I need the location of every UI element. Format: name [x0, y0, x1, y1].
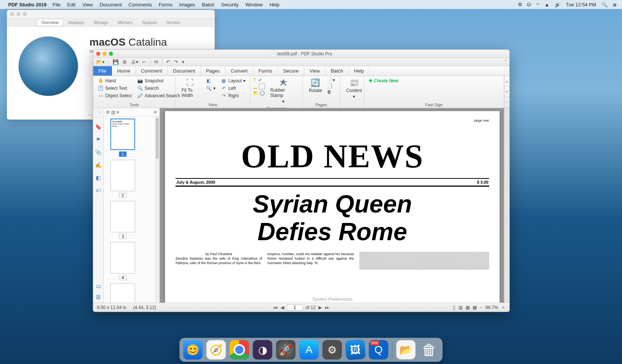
select-text-button[interactable]: 🅃Select Text: [96, 85, 133, 92]
thumbnail-2[interactable]: 2: [109, 160, 137, 198]
next-page-icon[interactable]: ▶: [318, 305, 322, 310]
menu-security[interactable]: Security: [221, 2, 239, 7]
delete-page-icon[interactable]: 🗑: [327, 89, 335, 95]
battery-icon[interactable]: ▲: [545, 2, 549, 7]
tab-secure[interactable]: Secure: [278, 66, 304, 76]
qat-dropdown-icon[interactable]: ▾: [182, 59, 185, 65]
spotlight-icon[interactable]: 🔍: [601, 2, 607, 7]
menu-file[interactable]: File: [53, 2, 61, 7]
zoom-in-icon[interactable]: ＋: [501, 304, 506, 311]
rotate-left-button[interactable]: ↶Left: [219, 85, 247, 92]
tab-comment[interactable]: Comment: [136, 66, 168, 76]
thumbnail-3[interactable]: 3: [109, 201, 137, 239]
extract-page-icon[interactable]: 📑: [327, 83, 335, 89]
advanced-search-button[interactable]: 🔎Advanced Search: [135, 92, 182, 99]
save-all-icon[interactable]: 🗎: [122, 59, 127, 65]
rotate-right-button[interactable]: ↷Right: [219, 92, 247, 99]
dropbox-icon[interactable]: ⛁: [527, 2, 531, 7]
shape-annot-icon[interactable]: [259, 83, 265, 89]
menu-comments[interactable]: Comments: [128, 2, 152, 7]
dock-chrome[interactable]: [230, 340, 249, 360]
tab-overview[interactable]: Overview: [37, 19, 64, 26]
layers-panel-icon[interactable]: ◧: [96, 175, 101, 181]
tab-memory[interactable]: Memory: [113, 19, 138, 26]
tab-service[interactable]: Service: [162, 19, 185, 26]
sidestrip-icon-b[interactable]: ▥: [96, 294, 101, 300]
dock-system-preferences[interactable]: ⚙: [323, 340, 342, 360]
layout-button[interactable]: ▦Layout ▾: [219, 77, 247, 84]
dock-pdfstudio[interactable]: Q: [369, 340, 388, 360]
tab-displays[interactable]: Displays: [63, 19, 89, 26]
single-page-icon[interactable]: ▯: [453, 305, 455, 310]
redo-icon[interactable]: ↷: [174, 59, 178, 65]
first-page-icon[interactable]: ⏮: [273, 305, 278, 310]
menu-forms[interactable]: Forms: [159, 2, 173, 7]
screen-mirror-icon[interactable]: ⧉: [518, 1, 522, 7]
object-select-button[interactable]: ▭Object Select: [96, 92, 133, 99]
rotate-page-button[interactable]: 🔄Rotate: [306, 77, 325, 94]
tab-view[interactable]: View: [304, 66, 326, 76]
dock-appstore[interactable]: A: [299, 340, 319, 360]
hand-tool-button[interactable]: ✋Hand: [96, 77, 133, 84]
create-new-signature-button[interactable]: ✚ Create New: [367, 77, 400, 84]
print-icon[interactable]: 🖨▾: [131, 59, 138, 65]
prev-page-icon[interactable]: ◀: [281, 305, 284, 310]
rubber-stamp-button[interactable]: 🟊Rubber Stamp ▾: [267, 77, 299, 105]
pages-panel-icon[interactable]: 📄: [95, 111, 101, 117]
tab-storage[interactable]: Storage: [89, 19, 113, 26]
circle-annot-icon[interactable]: ◯: [260, 90, 265, 95]
check-annot-icon[interactable]: ✔: [258, 77, 262, 83]
wifi-icon[interactable]: ⌔: [536, 2, 539, 7]
tags-panel-icon[interactable]: 🏷: [96, 187, 101, 193]
actual-size-button[interactable]: ◧: [204, 77, 217, 84]
snapshot-button[interactable]: 📷Snapshot: [135, 77, 182, 84]
menubar-clock[interactable]: Tue 12:54 PM: [566, 2, 596, 7]
document-scrollbar[interactable]: [504, 108, 509, 303]
dock-safari[interactable]: 🧭: [207, 340, 226, 360]
insert-page-icon[interactable]: 📄▾: [327, 77, 335, 83]
control-center-icon[interactable]: ≣: [613, 2, 617, 7]
dock-recent-folder[interactable]: 📂: [396, 340, 416, 360]
tab-support[interactable]: Support: [137, 19, 162, 26]
menu-images[interactable]: Images: [179, 2, 195, 7]
thumb-close-icon[interactable]: ✕: [153, 110, 157, 115]
about-titlebar[interactable]: [7, 10, 214, 18]
dock-trash[interactable]: 🗑: [420, 340, 439, 360]
content-button[interactable]: 📰Content▾: [343, 77, 365, 100]
tab-help[interactable]: Help: [349, 66, 370, 76]
volume-icon[interactable]: 🔊: [555, 2, 561, 7]
save-icon[interactable]: 💾: [113, 59, 119, 65]
dock-eclipse[interactable]: ◑: [253, 340, 272, 360]
thumb-scrollbar[interactable]: [155, 116, 159, 303]
close-button[interactable]: [10, 12, 14, 16]
zoom-button[interactable]: [23, 12, 27, 16]
zoom-out-icon[interactable]: −: [480, 305, 482, 310]
facing-continuous-icon[interactable]: ▩: [473, 305, 477, 310]
tab-pages[interactable]: Pages: [201, 66, 225, 76]
menu-batch[interactable]: Batch: [202, 2, 214, 7]
attachments-panel-icon[interactable]: 📎: [95, 149, 101, 155]
sidestrip-icon-a[interactable]: 🗂: [96, 283, 101, 289]
tab-file[interactable]: File: [93, 66, 112, 76]
zoom-button[interactable]: 🔍▾: [204, 85, 217, 92]
tab-home[interactable]: Home: [112, 66, 136, 76]
menu-document[interactable]: Document: [100, 2, 122, 7]
thumbnail-4[interactable]: 4: [109, 242, 137, 280]
highlight-icon[interactable]: ▁: [253, 83, 257, 89]
tab-forms[interactable]: Forms: [253, 66, 278, 76]
minimize-button[interactable]: [16, 12, 21, 16]
continuous-icon[interactable]: ▥: [458, 305, 463, 310]
signatures-panel-icon[interactable]: ✍: [95, 162, 101, 168]
dock-finder[interactable]: 😊: [183, 340, 203, 360]
document-view[interactable]: page one OLD NEWS July & August, 2000 $ …: [160, 108, 509, 303]
sticky-note-icon[interactable]: ◩: [253, 90, 257, 95]
last-page-icon[interactable]: ⏭: [325, 305, 329, 310]
dock-launchpad[interactable]: 🚀: [276, 340, 296, 360]
open-icon[interactable]: 📂▾: [96, 59, 105, 65]
flag-panel-icon[interactable]: ⚑: [96, 137, 101, 143]
menu-view[interactable]: View: [82, 2, 93, 7]
fit-width-button[interactable]: ⛶Fit To Width: [179, 77, 202, 99]
page-number-input[interactable]: [287, 305, 303, 311]
ribbon-scroll[interactable]: ▴▾▿: [504, 76, 509, 108]
menu-window[interactable]: Window: [246, 2, 263, 7]
